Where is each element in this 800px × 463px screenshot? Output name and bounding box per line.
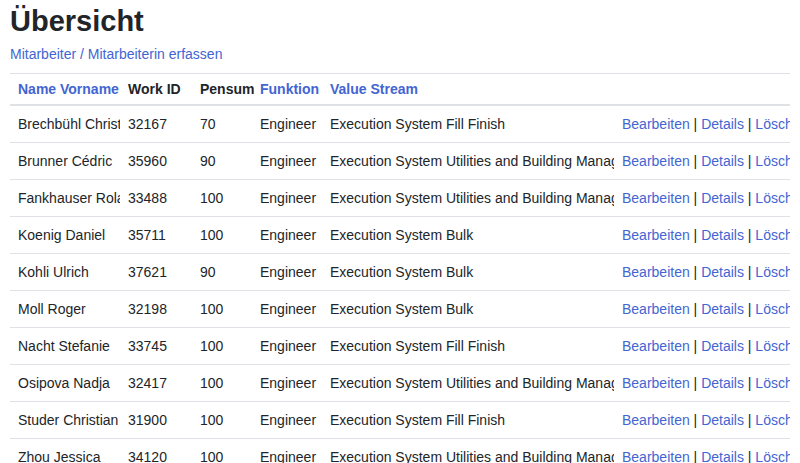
cell-actions: Bearbeiten | Details | Löschen [614,143,790,180]
details-link[interactable]: Details [701,412,744,428]
action-separator: | [744,301,755,317]
details-link[interactable]: Details [701,264,744,280]
details-link[interactable]: Details [701,301,744,317]
details-link[interactable]: Details [701,449,744,463]
action-separator: | [690,153,701,169]
table-body: Brechbühl Christian3216770EngineerExecut… [10,105,790,463]
sort-link-funktion[interactable]: Funktion [260,81,319,97]
edit-link[interactable]: Bearbeiten [622,375,690,391]
table-row: Fankhauser Roland33488100EngineerExecuti… [10,180,790,217]
cell-funktion: Engineer [252,365,322,402]
cell-pensum: 100 [192,402,252,439]
delete-link[interactable]: Löschen [755,264,790,280]
sort-link-value_stream[interactable]: Value Stream [330,81,418,97]
cell-value_stream: Execution System Utilities and Building … [322,439,614,463]
delete-link[interactable]: Löschen [755,301,790,317]
delete-link[interactable]: Löschen [755,190,790,206]
details-link[interactable]: Details [701,153,744,169]
action-separator: | [690,375,701,391]
cell-value_stream: Execution System Utilities and Building … [322,143,614,180]
column-header-name: Name Vorname [10,74,120,106]
cell-pensum: 70 [192,105,252,143]
edit-link[interactable]: Bearbeiten [622,264,690,280]
action-separator: | [744,190,755,206]
delete-link[interactable]: Löschen [755,338,790,354]
edit-link[interactable]: Bearbeiten [622,338,690,354]
cell-actions: Bearbeiten | Details | Löschen [614,365,790,402]
cell-value_stream: Execution System Bulk [322,291,614,328]
cell-value_stream: Execution System Fill Finish [322,105,614,143]
action-separator: | [744,375,755,391]
employees-table: Name VornameWork IDPensumFunktionValue S… [10,73,790,463]
action-separator: | [744,449,755,463]
table-row: Nacht Stefanie33745100EngineerExecution … [10,328,790,365]
delete-link[interactable]: Löschen [755,449,790,463]
cell-name: Fankhauser Roland [10,180,120,217]
delete-link[interactable]: Löschen [755,375,790,391]
cell-value_stream: Execution System Utilities and Building … [322,180,614,217]
cell-work_id: 32417 [120,365,192,402]
delete-link[interactable]: Löschen [755,153,790,169]
cell-work_id: 31900 [120,402,192,439]
action-separator: | [690,338,701,354]
cell-work_id: 37621 [120,254,192,291]
table-row: Zhou Jessica34120100EngineerExecution Sy… [10,439,790,463]
details-link[interactable]: Details [701,116,744,132]
details-link[interactable]: Details [701,190,744,206]
edit-link[interactable]: Bearbeiten [622,227,690,243]
cell-funktion: Engineer [252,180,322,217]
column-header-actions [614,74,790,106]
delete-link[interactable]: Löschen [755,116,790,132]
cell-actions: Bearbeiten | Details | Löschen [614,291,790,328]
page-container: Übersicht Mitarbeiter / Mitarbeiterin er… [10,4,790,463]
table-head: Name VornameWork IDPensumFunktionValue S… [10,74,790,106]
table-row: Brunner Cédric3596090EngineerExecution S… [10,143,790,180]
cell-pensum: 100 [192,439,252,463]
edit-link[interactable]: Bearbeiten [622,412,690,428]
cell-funktion: Engineer [252,217,322,254]
cell-value_stream: Execution System Bulk [322,254,614,291]
edit-link[interactable]: Bearbeiten [622,116,690,132]
cell-actions: Bearbeiten | Details | Löschen [614,254,790,291]
edit-link[interactable]: Bearbeiten [622,153,690,169]
action-separator: | [744,338,755,354]
cell-name: Brunner Cédric [10,143,120,180]
cell-funktion: Engineer [252,143,322,180]
table-row: Studer Christian31900100EngineerExecutio… [10,402,790,439]
cell-value_stream: Execution System Utilities and Building … [322,365,614,402]
cell-work_id: 33745 [120,328,192,365]
details-link[interactable]: Details [701,338,744,354]
table-row: Moll Roger32198100EngineerExecution Syst… [10,291,790,328]
edit-link[interactable]: Bearbeiten [622,301,690,317]
cell-work_id: 35711 [120,217,192,254]
details-link[interactable]: Details [701,375,744,391]
cell-actions: Bearbeiten | Details | Löschen [614,217,790,254]
cell-work_id: 32167 [120,105,192,143]
column-header-funktion: Funktion [252,74,322,106]
cell-actions: Bearbeiten | Details | Löschen [614,439,790,463]
cell-actions: Bearbeiten | Details | Löschen [614,180,790,217]
delete-link[interactable]: Löschen [755,227,790,243]
create-employee-link[interactable]: Mitarbeiter / Mitarbeiterin erfassen [10,46,222,62]
cell-name: Koenig Daniel [10,217,120,254]
action-separator: | [690,116,701,132]
action-separator: | [744,227,755,243]
action-separator: | [744,116,755,132]
cell-pensum: 90 [192,143,252,180]
action-separator: | [690,449,701,463]
table-row: Kohli Ulrich3762190EngineerExecution Sys… [10,254,790,291]
cell-name: Studer Christian [10,402,120,439]
action-separator: | [744,412,755,428]
cell-name: Moll Roger [10,291,120,328]
delete-link[interactable]: Löschen [755,412,790,428]
cell-work_id: 33488 [120,180,192,217]
table-row: Koenig Daniel35711100EngineerExecution S… [10,217,790,254]
sort-link-name[interactable]: Name Vorname [18,81,119,97]
column-header-work_id: Work ID [120,74,192,106]
column-header-pensum: Pensum [192,74,252,106]
edit-link[interactable]: Bearbeiten [622,190,690,206]
details-link[interactable]: Details [701,227,744,243]
edit-link[interactable]: Bearbeiten [622,449,690,463]
cell-work_id: 34120 [120,439,192,463]
cell-name: Kohli Ulrich [10,254,120,291]
